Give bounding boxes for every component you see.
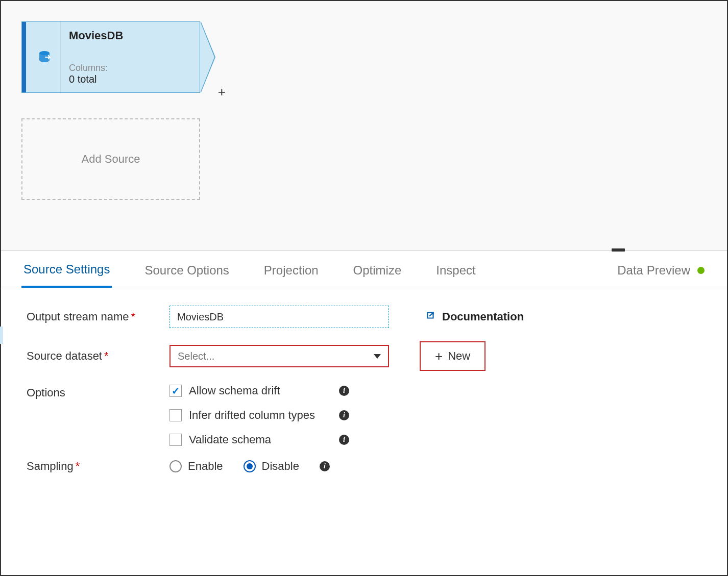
node-accent-bar xyxy=(22,22,26,92)
documentation-link[interactable]: Documentation xyxy=(425,310,524,324)
radio-enable-label: Enable xyxy=(188,460,223,473)
source-node-moviesdb[interactable]: MoviesDB Columns: 0 total + xyxy=(21,21,200,93)
label-options: Options xyxy=(27,384,169,399)
tab-data-preview[interactable]: Data Preview xyxy=(615,258,707,287)
settings-tabs: Source Settings Source Options Projectio… xyxy=(1,251,727,288)
required-asterisk: * xyxy=(76,460,80,472)
node-arrow xyxy=(200,21,214,93)
info-icon[interactable]: i xyxy=(339,435,349,445)
external-link-icon xyxy=(425,310,436,324)
radio-disable[interactable] xyxy=(244,460,256,472)
new-dataset-button[interactable]: + New xyxy=(420,341,486,371)
tab-optimize[interactable]: Optimize xyxy=(351,258,404,287)
new-button-label: New xyxy=(448,349,470,363)
radio-item-disable[interactable]: Disable xyxy=(244,460,299,473)
database-source-icon xyxy=(37,49,54,65)
option-label: Validate schema xyxy=(189,433,332,446)
tab-inspect[interactable]: Inspect xyxy=(434,258,477,287)
info-icon[interactable]: i xyxy=(339,410,349,420)
label-source-dataset: Source dataset* xyxy=(27,349,169,363)
node-icon-column xyxy=(30,22,61,92)
option-infer-drifted-types: Infer drifted column types i xyxy=(169,409,349,422)
info-icon[interactable]: i xyxy=(320,461,330,471)
tab-source-settings[interactable]: Source Settings xyxy=(21,257,112,288)
option-allow-schema-drift: Allow schema drift i xyxy=(169,384,349,397)
sampling-radio-group: Enable Disable i xyxy=(169,460,330,473)
row-output-stream: Output stream name* Documentation xyxy=(27,306,701,328)
source-settings-panel: Output stream name* Documentation Source… xyxy=(1,288,727,504)
radio-disable-label: Disable xyxy=(262,460,299,473)
radio-item-enable[interactable]: Enable xyxy=(169,460,223,473)
node-columns-label: Columns: xyxy=(69,63,191,73)
dataflow-canvas[interactable]: MoviesDB Columns: 0 total + Add Source xyxy=(1,1,727,251)
node-content: MoviesDB Columns: 0 total xyxy=(61,22,200,92)
source-dataset-placeholder: Select... xyxy=(178,350,214,362)
row-options: Options Allow schema drift i Infer drift… xyxy=(27,384,701,446)
option-label: Infer drifted column types xyxy=(189,409,332,422)
left-edge-marker xyxy=(0,327,3,344)
node-columns-value: 0 total xyxy=(69,73,191,85)
chevron-down-icon xyxy=(374,354,381,359)
plus-icon: + xyxy=(435,349,443,363)
checkbox-validate-schema[interactable] xyxy=(169,434,182,446)
option-validate-schema: Validate schema i xyxy=(169,433,349,446)
label-output-stream: Output stream name* xyxy=(27,310,169,323)
required-asterisk: * xyxy=(131,310,136,323)
documentation-label: Documentation xyxy=(442,310,524,323)
radio-enable[interactable] xyxy=(169,460,182,472)
tab-projection[interactable]: Projection xyxy=(262,258,321,287)
options-group: Allow schema drift i Infer drifted colum… xyxy=(169,384,349,446)
panel-resize-handle[interactable] xyxy=(612,248,625,252)
tab-source-options[interactable]: Source Options xyxy=(142,258,231,287)
node-spacer xyxy=(26,22,30,92)
label-sampling: Sampling* xyxy=(27,460,169,473)
source-dataset-select[interactable]: Select... xyxy=(169,345,389,367)
required-asterisk: * xyxy=(104,349,109,362)
tab-data-preview-label: Data Preview xyxy=(617,263,690,278)
add-source-label: Add Source xyxy=(82,153,140,166)
output-stream-name-input[interactable] xyxy=(169,306,389,328)
option-label: Allow schema drift xyxy=(189,384,332,397)
node-title: MoviesDB xyxy=(69,29,191,42)
info-icon[interactable]: i xyxy=(339,386,349,396)
row-source-dataset: Source dataset* Select... + New xyxy=(27,341,701,371)
add-transformation-button[interactable]: + xyxy=(218,84,226,100)
checkbox-infer-drifted-types[interactable] xyxy=(169,409,182,421)
checkbox-allow-schema-drift[interactable] xyxy=(169,385,182,397)
add-source-placeholder[interactable]: Add Source xyxy=(21,118,200,200)
status-dot-icon xyxy=(697,267,705,274)
row-sampling: Sampling* Enable Disable i xyxy=(27,460,701,473)
